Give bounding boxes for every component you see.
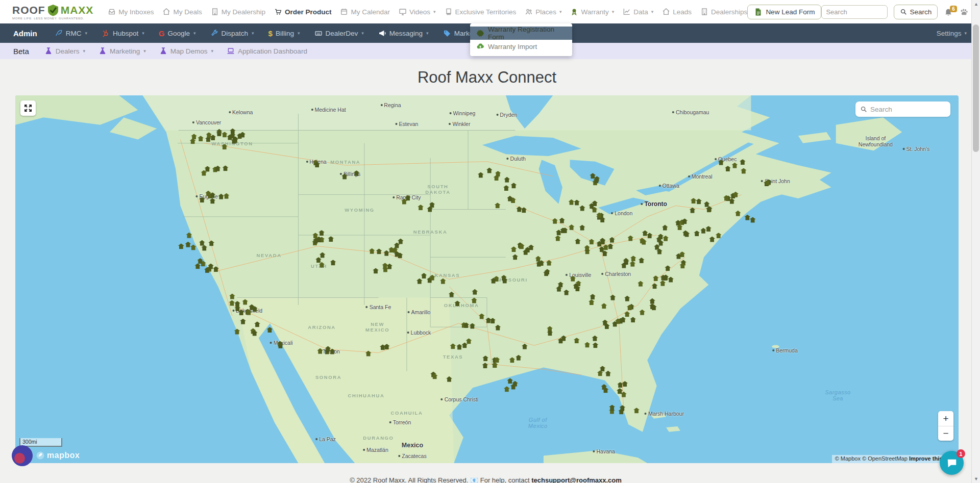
new-lead-form-label: New Lead Form — [766, 8, 815, 16]
scrollbar-up-arrow[interactable]: ▲ — [972, 0, 980, 8]
feather-icon — [55, 29, 63, 37]
beta-item-application-dashboard[interactable]: Application Dashboard — [227, 47, 307, 55]
nav-item-order-product[interactable]: Order Product — [274, 8, 332, 16]
roofmaxx-connect-map[interactable]: WASHINGTONMONTANAWYOMINGSOUTH DAKOTANEBR… — [15, 95, 959, 463]
menu-item-warranty-registration-form[interactable]: Warranty Registration Form — [470, 27, 572, 40]
logo-tagline: MORE LIFE. LESS MONEY. GUARANTEED. — [12, 17, 93, 20]
nav-item-label: My Calendar — [351, 8, 390, 16]
caret-down-icon: ▾ — [193, 31, 196, 36]
stamp-icon — [445, 8, 453, 16]
fullscreen-expand-icon — [23, 104, 33, 113]
top-navbar: ROOF MAXX MORE LIFE. LESS MONEY. GUARANT… — [0, 0, 980, 23]
zoom-out-button[interactable]: − — [938, 426, 953, 441]
nav-item-label: Exclusive Territories — [455, 8, 517, 16]
admin-item-label: Messaging — [389, 30, 423, 37]
tag-icon — [443, 29, 451, 37]
admin-item-label: DealerDev — [326, 30, 358, 37]
map-fullscreen-button[interactable] — [20, 100, 36, 116]
nav-item-dealerships[interactable]: Dealerships — [700, 8, 747, 16]
roofmaxx-shield-icon — [46, 4, 60, 16]
caret-down-icon: ▾ — [142, 31, 144, 36]
flask-icon — [99, 47, 107, 55]
rosette-icon — [476, 29, 484, 37]
nav-item-videos[interactable]: Videos▾ — [399, 8, 436, 16]
admin-item-label: Google — [167, 30, 190, 37]
new-lead-file-icon — [754, 8, 763, 16]
footer-support-email[interactable]: techsupport@roofmaxx.com — [531, 476, 622, 483]
scrollbar-down-arrow[interactable]: ▼ — [972, 475, 980, 483]
nav-item-my-calendar[interactable]: My Calendar — [340, 8, 390, 16]
nav-item-warranty[interactable]: Warranty▾ — [570, 8, 614, 16]
admin-item-dealerdev[interactable]: DealerDev▾ — [314, 29, 364, 37]
admin-item-dispatch[interactable]: Dispatch▾ — [210, 29, 254, 37]
caret-down-icon: ▾ — [612, 9, 615, 14]
attrib-mapbox-link[interactable]: © Mapbox — [835, 455, 861, 462]
beta-nav: Dealers▾Marketing▾Map Demos▾Application … — [44, 47, 307, 55]
search-icon — [900, 8, 907, 15]
admin-item-label: Dispatch — [222, 30, 249, 37]
map-search-input[interactable] — [870, 106, 942, 113]
admin-item-google[interactable]: GGoogle▾ — [159, 29, 196, 38]
admin-item-label: RMC — [66, 30, 82, 37]
caret-down-icon: ▾ — [433, 9, 436, 14]
nav-item-data[interactable]: Data▾ — [623, 8, 653, 16]
notifications-button[interactable]: 6 — [944, 7, 953, 16]
calendar-icon — [340, 8, 348, 16]
accessibility-widget-button[interactable] — [12, 445, 33, 466]
sprocket-icon — [102, 29, 110, 37]
nav-item-places[interactable]: Places▾ — [525, 8, 561, 16]
beta-item-marketing[interactable]: Marketing▾ — [99, 47, 146, 55]
caret-down-icon: ▾ — [559, 9, 562, 14]
main-nav: My InboxesMy DealsMy DealershipOrder Pro… — [108, 8, 747, 16]
admin-item-billing[interactable]: $Billing▾ — [268, 29, 300, 38]
settings-caret-icon: ▾ — [964, 31, 967, 36]
menu-item-warranty-import[interactable]: Warranty Import — [470, 40, 572, 53]
warranty-dropdown-menu: Warranty Registration FormWarranty Impor… — [470, 23, 572, 56]
roofmaxx-logo[interactable]: ROOF MAXX MORE LIFE. LESS MONEY. GUARANT… — [12, 4, 93, 20]
global-search-input[interactable] — [821, 5, 888, 19]
page-scrollbar[interactable]: ▲ ▼ — [971, 0, 980, 483]
admin-nav: RMC▾Hubspot▾GGoogle▾Dispatch▾$Billing▾De… — [55, 29, 491, 38]
cloudup-icon — [476, 42, 484, 50]
chat-launcher-button[interactable]: 1 — [940, 451, 964, 475]
nav-item-my-dealership[interactable]: My Dealership — [211, 8, 265, 16]
footer-help-text: For help, contact — [480, 476, 530, 483]
beta-item-dealers[interactable]: Dealers▾ — [44, 47, 85, 55]
scrollbar-thumb[interactable] — [973, 24, 979, 152]
wrench-icon — [210, 29, 218, 37]
nav-item-label: Data — [633, 8, 648, 16]
beta-item-label: Marketing — [110, 47, 140, 55]
beta-badge: Beta — [13, 47, 29, 56]
map-search-box[interactable] — [855, 101, 950, 117]
paw-icon[interactable] — [959, 7, 969, 17]
global-search-button[interactable]: Search — [894, 5, 938, 19]
flask-icon — [159, 47, 167, 55]
nav-item-label: Order Product — [285, 8, 332, 16]
mapbox-logo-text: mapbox — [47, 451, 80, 460]
home-icon — [162, 8, 170, 16]
nav-item-my-inboxes[interactable]: My Inboxes — [108, 8, 154, 16]
admin-item-messaging[interactable]: Messaging▾ — [378, 29, 429, 37]
admin-item-label: Billing — [276, 30, 294, 37]
nav-item-label: My Inboxes — [118, 8, 154, 16]
admin-title: Admin — [13, 29, 37, 38]
new-lead-form-button[interactable]: New Lead Form — [747, 5, 821, 19]
admin-item-rmc[interactable]: RMC▾ — [55, 29, 87, 37]
attrib-osm-link[interactable]: © OpenStreetMap — [862, 455, 908, 462]
settings-menu[interactable]: Settings ▾ — [937, 30, 967, 37]
g-icon: G — [159, 29, 165, 38]
nav-item-leads[interactable]: Leads — [662, 8, 692, 16]
mapbox-logo[interactable]: mapbox — [36, 451, 80, 460]
caret-down-icon: ▾ — [651, 9, 654, 14]
beta-item-map-demos[interactable]: Map Demos▾ — [159, 47, 213, 55]
admin-item-hubspot[interactable]: Hubspot▾ — [102, 29, 144, 37]
nav-item-my-deals[interactable]: My Deals — [162, 8, 202, 16]
page-title: Roof Maxx Connect — [15, 68, 959, 87]
caret-down-icon: ▾ — [252, 31, 254, 36]
people-icon — [525, 8, 533, 16]
notification-count-badge: 6 — [950, 6, 957, 12]
zoom-in-button[interactable]: + — [938, 411, 953, 426]
monitor-icon — [399, 8, 407, 16]
nav-item-exclusive-territories[interactable]: Exclusive Territories — [445, 8, 517, 16]
page-footer: © 2022 Roof Maxx. All Rights Reserved. 📧… — [0, 476, 971, 483]
